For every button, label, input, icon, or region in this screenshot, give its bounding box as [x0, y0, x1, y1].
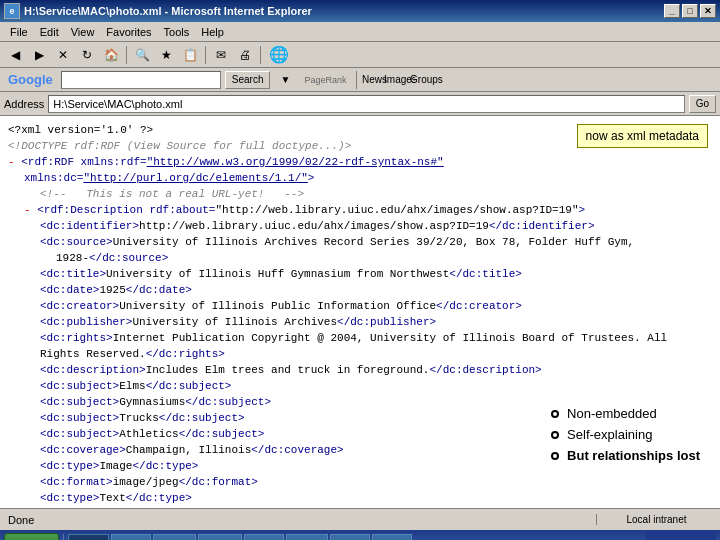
google-extra-1[interactable]: News [363, 69, 385, 91]
bullet-label-2: Self-explaining [567, 427, 652, 442]
toolbar-separator-3 [260, 46, 261, 64]
annotation-text: now as xml metadata [586, 129, 699, 143]
menu-tools[interactable]: Tools [158, 24, 196, 40]
window-title: H:\Service\MAC\photo.xml - Microsoft Int… [24, 5, 312, 17]
bullet-label-3: But relationships lost [567, 448, 700, 463]
title-bar: e H:\Service\MAC\photo.xml - Microsoft I… [0, 0, 720, 22]
xml-line-15: <dc:subject>Elms</dc:subject> [8, 378, 712, 394]
xml-line-10: <dc:date>1925</dc:date> [8, 282, 712, 298]
home-button[interactable]: 🏠 [100, 44, 122, 66]
taskbar: ⊞ Start Micr... Wor... Note... uacc... U… [0, 530, 720, 540]
minimize-button[interactable]: _ [664, 4, 680, 18]
google-pagerank: PageRank [300, 69, 350, 91]
favorites-button[interactable]: ★ [155, 44, 177, 66]
history-button[interactable]: 📋 [179, 44, 201, 66]
xml-line-23: <dc:format>Text/html</dc:format> [8, 506, 712, 508]
google-sep [356, 71, 357, 89]
bullet-circle-2 [551, 431, 559, 439]
xml-line-7: <dc:identifier>http://web.library.uiuc.e… [8, 218, 712, 234]
menu-bar: File Edit View Favorites Tools Help [0, 22, 720, 42]
menu-edit[interactable]: Edit [34, 24, 65, 40]
address-label: Address [4, 98, 44, 110]
search-button[interactable]: 🔍 [131, 44, 153, 66]
ie-icon: 🌐 [265, 44, 293, 66]
xml-line-14: <dc:description>Includes Elm trees and t… [8, 362, 712, 378]
forward-button[interactable]: ▶ [28, 44, 50, 66]
google-toolbar: Google Search ▼ PageRank News Images Gro… [0, 68, 720, 92]
xml-line-8b: 1928-</dc:source> [8, 250, 712, 266]
xml-line-21: <dc:format>image/jpeg</dc:format> [8, 474, 712, 490]
bullet-label-1: Non-embedded [567, 406, 657, 421]
status-text: Done [4, 514, 592, 526]
xml-line-3: - <rdf:RDF xmlns:rdf="http://www.w3.org/… [8, 154, 712, 170]
annotation-box: now as xml metadata [577, 124, 708, 148]
address-input[interactable] [48, 95, 684, 113]
google-logo: Google [4, 72, 57, 87]
toolbar-separator-2 [205, 46, 206, 64]
taskbar-btn-hs[interactable]: H:\S... [286, 534, 328, 540]
taskbar-btn-usn[interactable]: Usn... [244, 534, 284, 540]
taskbar-btn-note[interactable]: Note... [153, 534, 196, 540]
maximize-button[interactable]: □ [682, 4, 698, 18]
menu-favorites[interactable]: Favorites [100, 24, 157, 40]
mail-button[interactable]: ✉ [210, 44, 232, 66]
bullet-item-2: Self-explaining [551, 427, 700, 442]
xml-line-8: <dc:source>University of Illinois Archiv… [8, 234, 712, 250]
taskbar-btn-ado[interactable]: Ado... [330, 534, 370, 540]
google-extra-3[interactable]: Groups [415, 69, 437, 91]
taskbar-clock: 🔊 11:37 AM [646, 530, 716, 540]
toolbar-separator-1 [126, 46, 127, 64]
bullet-item-1: Non-embedded [551, 406, 700, 421]
go-button[interactable]: Go [689, 95, 716, 113]
xml-line-12: <dc:publisher>University of Illinois Arc… [8, 314, 712, 330]
xml-line-4: xmlns:dc="http://purl.org/dc/elements/1.… [8, 170, 712, 186]
menu-view[interactable]: View [65, 24, 101, 40]
menu-file[interactable]: File [4, 24, 34, 40]
bullet-circle-1 [551, 410, 559, 418]
toolbar: ◀ ▶ ✕ ↻ 🏠 🔍 ★ 📋 ✉ 🖨 🌐 [0, 42, 720, 68]
refresh-button[interactable]: ↻ [76, 44, 98, 66]
close-button[interactable]: ✕ [700, 4, 716, 18]
xml-line-5: <!-- This is not a real URL-yet! --> [8, 186, 712, 202]
google-search-input[interactable] [61, 71, 221, 89]
xml-line-13: <dc:rights>Internet Publication Copyrigh… [8, 330, 712, 362]
google-toolbar-options[interactable]: ▼ [274, 69, 296, 91]
google-search-button[interactable]: Search [225, 71, 271, 89]
status-bar: Done Local intranet [0, 508, 720, 530]
menu-help[interactable]: Help [195, 24, 230, 40]
xml-line-22: <dc:type>Text</dc:type> [8, 490, 712, 506]
address-bar: Address Go [0, 92, 720, 116]
start-button[interactable]: ⊞ Start [4, 533, 59, 540]
status-zone: Local intranet [596, 514, 716, 525]
bullet-item-3: But relationships lost [551, 448, 700, 463]
taskbar-btn-wor[interactable]: Wor... [111, 534, 151, 540]
xml-line-6: - <rdf:Description rdf:about="http://web… [8, 202, 712, 218]
taskbar-btn-micr[interactable]: Micr... [68, 534, 109, 540]
taskbar-btn-uacc[interactable]: uacc... [198, 534, 241, 540]
print-button[interactable]: 🖨 [234, 44, 256, 66]
window-icon: e [4, 3, 20, 19]
bullet-list: Non-embedded Self-explaining But relatio… [551, 406, 700, 469]
xml-line-9: <dc:title>University of Illinois Huff Gy… [8, 266, 712, 282]
google-extra-2[interactable]: Images [389, 69, 411, 91]
back-button[interactable]: ◀ [4, 44, 26, 66]
stop-button[interactable]: ✕ [52, 44, 74, 66]
taskbar-btn-prm[interactable]: PrmP. [372, 534, 413, 540]
bullet-circle-3 [551, 452, 559, 460]
taskbar-separator [63, 534, 64, 540]
content-area[interactable]: now as xml metadata <?xml version='1.0' … [0, 116, 720, 508]
xml-line-11: <dc:creator>University of Illinois Publi… [8, 298, 712, 314]
